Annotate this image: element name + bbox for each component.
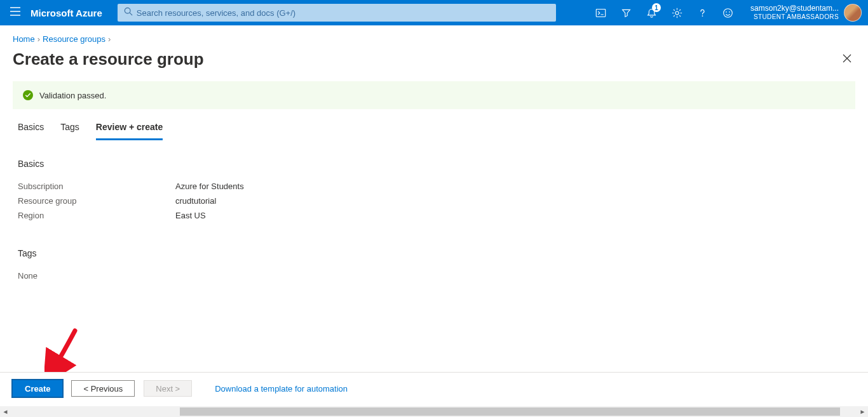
directory-filter-icon[interactable] <box>613 0 639 25</box>
chevron-right-icon: › <box>108 34 111 44</box>
summary-key-subscription: Subscription <box>18 182 175 191</box>
menu-icon[interactable] <box>0 6 31 19</box>
section-heading-tags: Tags <box>18 248 850 258</box>
summary-key-resource-group: Resource group <box>18 196 175 206</box>
breadcrumb-item-resource-groups[interactable]: Resource groups <box>43 34 105 44</box>
search-input[interactable] <box>137 8 550 18</box>
create-button[interactable]: Create <box>13 380 62 397</box>
brand-label[interactable]: Microsoft Azure <box>31 8 118 18</box>
validation-banner: Validation passed. <box>13 81 855 109</box>
search-icon <box>124 7 137 18</box>
breadcrumb: Home › Resource groups › <box>0 25 868 46</box>
avatar <box>844 4 862 22</box>
summary-val-subscription: Azure for Students <box>175 182 244 191</box>
notifications-icon[interactable]: 1 <box>639 0 664 25</box>
close-icon[interactable] <box>839 49 855 70</box>
breadcrumb-item-home[interactable]: Home <box>13 34 35 44</box>
tab-bar: Basics Tags Review + create <box>0 122 868 140</box>
validation-message: Validation passed. <box>39 91 106 100</box>
user-text: samson2ky@studentam... STUDENT AMBASSADO… <box>750 4 839 20</box>
review-summary: Basics Subscription Azure for Students R… <box>0 140 868 283</box>
tab-tags[interactable]: Tags <box>60 122 79 140</box>
search-box[interactable] <box>118 4 556 22</box>
summary-key-region: Region <box>18 211 175 220</box>
summary-row: Resource group crudtutorial <box>18 194 850 208</box>
cloud-shell-icon[interactable] <box>588 0 613 25</box>
next-button: Next > <box>144 380 192 397</box>
svg-point-0 <box>125 8 130 13</box>
scroll-right-icon[interactable]: ► <box>857 406 868 417</box>
user-account[interactable]: samson2ky@studentam... STUDENT AMBASSADO… <box>740 0 868 25</box>
svg-rect-2 <box>596 9 605 17</box>
previous-button[interactable]: < Previous <box>71 380 135 397</box>
svg-line-1 <box>130 13 132 15</box>
page-title: Create a resource group <box>13 50 204 69</box>
svg-point-5 <box>723 8 732 17</box>
scroll-thumb[interactable] <box>180 407 840 416</box>
tab-basics[interactable]: Basics <box>18 122 44 140</box>
feedback-icon[interactable] <box>715 0 740 25</box>
summary-row: Subscription Azure for Students <box>18 179 850 194</box>
section-heading-basics: Basics <box>18 159 850 169</box>
svg-point-3 <box>675 11 679 14</box>
summary-tags-value: None <box>18 271 175 281</box>
svg-point-4 <box>702 15 703 17</box>
svg-point-7 <box>729 11 730 12</box>
scroll-left-icon[interactable]: ◄ <box>0 406 11 417</box>
user-email: samson2ky@studentam... <box>750 4 839 13</box>
horizontal-scrollbar[interactable]: ◄ ► <box>0 406 868 417</box>
svg-point-6 <box>726 11 727 12</box>
settings-icon[interactable] <box>664 0 689 25</box>
notification-badge: 1 <box>652 3 661 12</box>
title-row: Create a resource group <box>0 46 868 81</box>
summary-val-region: East US <box>175 211 206 220</box>
tab-review-create[interactable]: Review + create <box>96 122 163 140</box>
top-icon-group: 1 samson2ky@studentam... STUDENT AMBASSA… <box>588 0 868 25</box>
scroll-track[interactable] <box>11 406 857 417</box>
chevron-right-icon: › <box>37 34 40 44</box>
download-template-link[interactable]: Download a template for automation <box>215 384 348 394</box>
user-role: STUDENT AMBASSADORS <box>750 13 839 21</box>
wizard-footer: Create < Previous Next > Download a temp… <box>0 372 868 404</box>
top-bar: Microsoft Azure 1 samson2ky@studentam.. <box>0 0 868 25</box>
check-circle-icon <box>23 90 33 100</box>
summary-val-resource-group: crudtutorial <box>175 196 216 206</box>
summary-row: Region East US <box>18 208 850 223</box>
help-icon[interactable] <box>689 0 715 25</box>
